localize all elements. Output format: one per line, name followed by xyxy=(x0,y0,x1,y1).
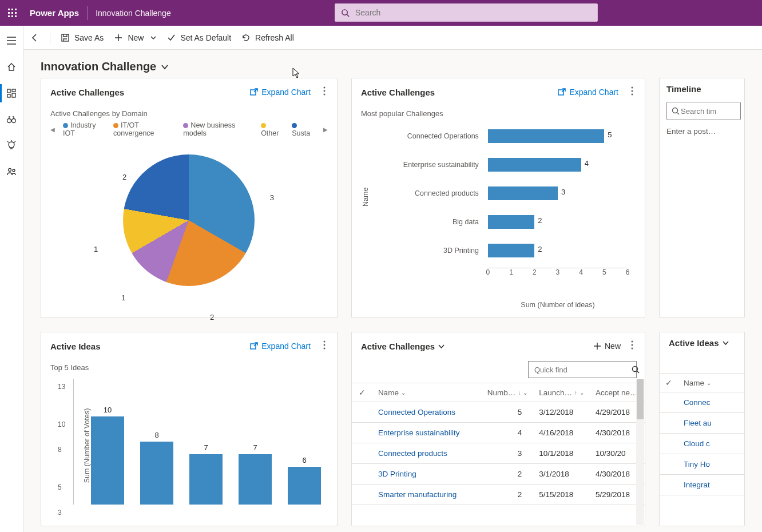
timeline-post-input[interactable]: Enter a post… xyxy=(666,127,744,136)
svg-point-30 xyxy=(323,341,325,343)
search-icon xyxy=(672,107,680,115)
legend-prev-icon[interactable]: ◀ xyxy=(50,126,55,133)
challenges-table-card: Active Challenges New ✓ xyxy=(351,332,645,526)
svg-rect-1 xyxy=(11,9,13,10)
svg-rect-0 xyxy=(8,9,10,10)
table-row[interactable]: Tiny Ho xyxy=(660,454,744,475)
dashboard-icon[interactable] xyxy=(0,86,23,100)
new-button[interactable]: New xyxy=(114,33,156,42)
svg-line-45 xyxy=(677,113,679,114)
legend-item[interactable]: Susta xyxy=(292,121,315,137)
chart-subtitle: Active Challenges by Domain xyxy=(41,104,337,119)
svg-rect-15 xyxy=(12,89,15,92)
hbar-chart: Name Connected Operations5Enterprise sus… xyxy=(352,119,645,320)
hbar-category: Connected products xyxy=(386,189,483,197)
home-icon[interactable] xyxy=(0,60,23,74)
svg-point-19 xyxy=(12,119,16,123)
hbar-row: Big data2 xyxy=(386,211,628,233)
svg-rect-14 xyxy=(7,89,10,93)
svg-point-20 xyxy=(9,169,11,172)
ideas-table-card: Active Ideas ✓ Name ⌄ ConnecFleet auClou… xyxy=(659,332,745,526)
svg-point-40 xyxy=(632,344,633,346)
quick-find-input[interactable] xyxy=(528,361,637,378)
timeline-search[interactable] xyxy=(666,102,741,120)
back-button[interactable] xyxy=(30,33,39,42)
legend-item[interactable]: IT/OT convergence xyxy=(113,121,175,137)
column-bar xyxy=(288,467,321,505)
select-all-checkbox[interactable]: ✓ xyxy=(660,374,678,392)
svg-rect-5 xyxy=(15,12,17,14)
hbar-row: Connected Operations5 xyxy=(386,125,628,148)
hamburger-icon[interactable] xyxy=(0,34,23,47)
refresh-all-button[interactable]: Refresh All xyxy=(241,33,294,42)
svg-point-27 xyxy=(323,90,325,92)
table-row[interactable]: Connected products310/1/201810/30/20 xyxy=(352,443,645,464)
page-title[interactable]: Innovation Challenge xyxy=(23,50,762,78)
legend-item[interactable]: New business models xyxy=(183,121,253,137)
svg-line-10 xyxy=(347,14,349,17)
global-search[interactable] xyxy=(335,3,598,22)
column-chart-card: Active Ideas Expand Chart Top 5 Ideas xyxy=(41,332,338,526)
select-all-checkbox[interactable]: ✓ xyxy=(352,383,372,402)
col-number[interactable]: Numb… ↓ ⌄ xyxy=(482,383,534,402)
column-bar xyxy=(140,442,173,505)
table-row[interactable]: Enterprise sustainability44/16/20184/30/… xyxy=(352,423,645,443)
table-row[interactable]: Smarter manufacturing25/15/20185/29/2018 xyxy=(352,485,645,505)
expand-chart-button[interactable]: Expand Chart xyxy=(250,342,311,351)
legend-item[interactable]: Industry IOT xyxy=(63,121,105,137)
set-default-button[interactable]: Set As Default xyxy=(166,33,231,42)
card-title-dropdown[interactable]: Active Ideas xyxy=(669,338,729,348)
card-title-dropdown[interactable]: Active Challenges xyxy=(361,342,445,351)
svg-point-34 xyxy=(632,87,633,89)
svg-point-42 xyxy=(633,367,638,372)
challenges-table: ✓ Name ⌄ Numb… ↓ ⌄ Launch… ↑ ⌄ Accept ne… xyxy=(352,383,645,505)
hbar-category: 3D Printing xyxy=(386,247,483,255)
expand-chart-button[interactable]: Expand Chart xyxy=(558,88,618,97)
svg-rect-3 xyxy=(8,12,10,14)
binoculars-icon[interactable] xyxy=(0,113,23,126)
brand-label: Power Apps xyxy=(30,8,79,18)
card-title: Active Challenges xyxy=(361,88,435,97)
waffle-icon[interactable] xyxy=(5,5,21,21)
pie-chart-card: Active Challenges Expand Chart Active Ch… xyxy=(41,78,338,318)
lightbulb-icon[interactable] xyxy=(0,139,23,153)
new-record-button[interactable]: New xyxy=(593,342,621,351)
expand-chart-button[interactable]: Expand Chart xyxy=(250,88,311,97)
svg-rect-22 xyxy=(62,34,69,41)
table-row[interactable]: Connected Operations53/12/20184/29/2018 xyxy=(352,402,645,423)
svg-point-26 xyxy=(323,87,325,89)
hbar-chart-card: Active Challenges Expand Chart Most popu… xyxy=(351,78,645,318)
save-as-button[interactable]: Save As xyxy=(61,33,104,42)
people-icon[interactable] xyxy=(0,165,23,179)
svg-point-35 xyxy=(632,90,633,92)
hbar-category: Enterprise sustainability xyxy=(386,161,483,169)
col-launch[interactable]: Launch… ↑ ⌄ xyxy=(533,383,590,402)
col-name[interactable]: Name ⌄ xyxy=(678,374,744,392)
svg-point-9 xyxy=(342,9,347,14)
table-row[interactable]: Integrat xyxy=(660,475,744,495)
col-name[interactable]: Name ⌄ xyxy=(372,383,482,402)
ideas-table: ✓ Name ⌄ ConnecFleet auCloud cTiny HoInt… xyxy=(660,373,744,495)
legend-next-icon[interactable]: ▶ xyxy=(323,126,328,133)
more-icon[interactable] xyxy=(321,84,328,100)
svg-point-21 xyxy=(13,169,15,172)
hbar-row: 3D Printing2 xyxy=(386,239,628,262)
chevron-down-icon xyxy=(438,343,445,350)
card-title: Active Challenges xyxy=(50,88,124,97)
table-row[interactable]: 3D Printing23/1/20184/30/2018 xyxy=(352,464,645,485)
more-icon[interactable] xyxy=(629,84,636,100)
chevron-down-icon xyxy=(161,63,169,71)
chevron-down-icon xyxy=(723,340,729,346)
table-scrollbar[interactable] xyxy=(636,379,644,525)
search-icon xyxy=(632,366,640,374)
table-row[interactable]: Connec xyxy=(660,392,744,413)
table-row[interactable]: Fleet au xyxy=(660,413,744,434)
more-icon[interactable] xyxy=(629,338,636,354)
more-icon[interactable] xyxy=(321,338,328,354)
legend-item[interactable]: Other xyxy=(261,121,284,137)
timeline-card: Timeline Enter a post… xyxy=(659,78,745,318)
global-search-input[interactable] xyxy=(354,7,592,18)
left-nav-rail xyxy=(0,26,23,532)
table-row[interactable]: Cloud c xyxy=(660,434,744,454)
svg-point-41 xyxy=(632,348,633,350)
